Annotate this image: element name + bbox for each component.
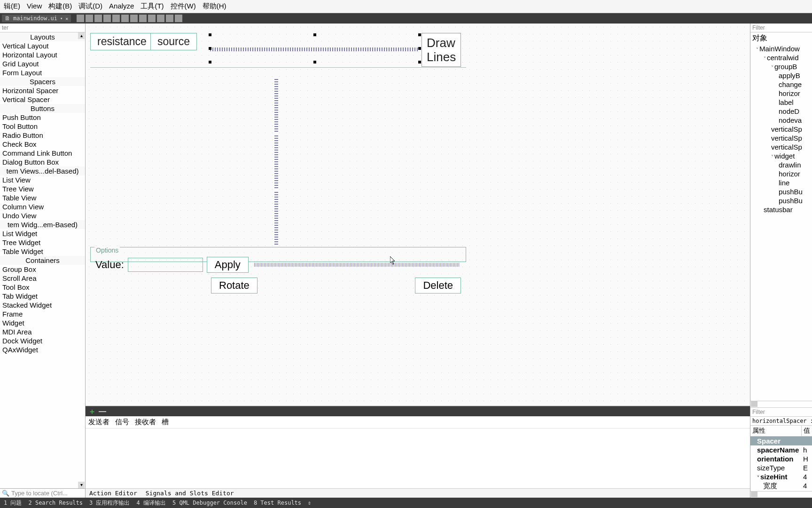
delete-button[interactable]: Delete bbox=[415, 278, 461, 294]
tool-icon[interactable] bbox=[86, 15, 93, 22]
property-row[interactable]: ˅sizeHint4 bbox=[750, 472, 812, 481]
widget-item[interactable]: Tab Widget bbox=[0, 292, 85, 301]
menubar[interactable]: 辑(E) View 构建(B) 调试(D) Analyze 工具(T) 控件(W… bbox=[0, 0, 812, 13]
form-canvas[interactable]: resistance source DrawLines bbox=[86, 24, 750, 406]
tree-node[interactable]: horizor bbox=[751, 89, 812, 98]
tool-icon[interactable] bbox=[148, 15, 156, 22]
close-icon[interactable]: ✕ bbox=[65, 16, 68, 21]
status-item[interactable]: 4 编译输出 bbox=[137, 499, 166, 507]
object-filter[interactable]: Filter bbox=[750, 24, 812, 32]
property-row[interactable]: spacerNameh bbox=[750, 445, 812, 454]
widget-item[interactable]: Widget bbox=[0, 318, 85, 327]
resistance-button[interactable]: resistance bbox=[90, 33, 154, 50]
widget-category[interactable]: Layouts bbox=[0, 32, 85, 41]
status-item[interactable]: 8 Test Results bbox=[254, 500, 301, 506]
file-tab[interactable]: 🗎 mainwindow.ui ▾ ✕ bbox=[2, 15, 71, 22]
menu-item[interactable]: 工具(T) bbox=[141, 2, 164, 11]
tool-icon[interactable] bbox=[157, 15, 164, 22]
tree-node[interactable]: pushBu bbox=[751, 187, 812, 196]
tree-node[interactable]: ˅centralwid bbox=[751, 53, 812, 62]
vertical-spacer[interactable] bbox=[274, 134, 278, 188]
widget-item[interactable]: Horizontal Layout bbox=[0, 50, 85, 59]
widget-item[interactable]: List View bbox=[0, 175, 85, 184]
widget-item[interactable]: Table View bbox=[0, 193, 85, 202]
widget-box-filter[interactable]: ter bbox=[0, 24, 85, 32]
tree-node[interactable]: verticalSp bbox=[751, 134, 812, 143]
property-row[interactable]: 宽度4 bbox=[750, 481, 812, 491]
tree-node[interactable]: verticalSp bbox=[751, 125, 812, 134]
widget-category[interactable]: Containers bbox=[0, 256, 85, 265]
widget-item[interactable]: QAxWidget bbox=[0, 345, 85, 354]
widget-item[interactable]: Dialog Button Box bbox=[0, 158, 85, 167]
rotate-button[interactable]: Rotate bbox=[211, 278, 258, 294]
widget-item[interactable]: List Widget bbox=[0, 229, 85, 238]
widget-item[interactable]: Grid Layout bbox=[0, 59, 85, 68]
widget-item[interactable]: Form Layout bbox=[0, 68, 85, 77]
tool-icon[interactable] bbox=[121, 15, 129, 22]
tree-node[interactable]: ˅MainWindow bbox=[751, 44, 812, 53]
menu-item[interactable]: 构建(B) bbox=[48, 2, 72, 11]
tree-node[interactable]: verticalSp bbox=[751, 143, 812, 151]
widget-item[interactable]: Radio Button bbox=[0, 131, 85, 140]
widget-item[interactable]: Check Box bbox=[0, 140, 85, 149]
widget-item[interactable]: Tree Widget bbox=[0, 238, 85, 247]
column-header[interactable]: 信号 bbox=[115, 418, 129, 427]
widget-item[interactable]: Vertical Spacer bbox=[0, 95, 85, 104]
add-icon[interactable]: ＋ bbox=[88, 407, 96, 417]
widget-category[interactable]: tem Views...del-Based) bbox=[0, 167, 85, 175]
value-input[interactable] bbox=[128, 258, 203, 272]
menu-item[interactable]: 控件(W) bbox=[171, 2, 196, 11]
tool-icon[interactable] bbox=[166, 15, 173, 22]
tool-icon[interactable] bbox=[94, 15, 102, 22]
widget-item[interactable]: Dock Widget bbox=[0, 336, 85, 345]
tree-node[interactable]: change bbox=[751, 80, 812, 89]
widget-category[interactable]: tem Widg...em-Based) bbox=[0, 220, 85, 229]
widget-item[interactable]: Tool Button bbox=[0, 122, 85, 131]
widget-item[interactable]: Vertical Layout bbox=[0, 41, 85, 50]
status-item[interactable]: 2 Search Results bbox=[28, 500, 83, 506]
widget-item[interactable]: Command Link Button bbox=[0, 149, 85, 158]
vertical-spacer[interactable] bbox=[274, 190, 278, 245]
widget-item[interactable]: Group Box bbox=[0, 265, 85, 274]
tree-node[interactable]: nodeD bbox=[751, 107, 812, 116]
tool-icon[interactable] bbox=[103, 15, 111, 22]
tool-icon[interactable] bbox=[77, 15, 84, 22]
draw-lines-button[interactable]: DrawLines bbox=[422, 33, 461, 67]
property-filter[interactable]: Filter bbox=[750, 407, 812, 417]
column-header[interactable]: 发送者 bbox=[88, 418, 109, 427]
widget-item[interactable]: Undo View bbox=[0, 211, 85, 220]
widget-item[interactable]: Horizontal Spacer bbox=[0, 86, 85, 95]
source-button[interactable]: source bbox=[150, 33, 197, 50]
tool-icon[interactable] bbox=[139, 15, 147, 22]
tree-node[interactable]: ˅widget bbox=[751, 151, 812, 160]
status-item[interactable]: 5 QML Debugger Console bbox=[172, 500, 247, 506]
column-header[interactable]: 接收者 bbox=[135, 418, 156, 427]
menu-item[interactable]: 调试(D) bbox=[78, 2, 102, 11]
widget-item[interactable]: Push Button bbox=[0, 113, 85, 122]
scroll-up-icon[interactable]: ▴ bbox=[78, 32, 85, 39]
horizontal-scrollbar[interactable] bbox=[750, 401, 812, 407]
widget-item[interactable]: MDI Area bbox=[0, 327, 85, 336]
menu-item[interactable]: 帮助(H) bbox=[203, 2, 226, 11]
tree-node[interactable]: nodeva bbox=[751, 116, 812, 125]
tab-signals-slots-editor[interactable]: Signals and Slots Editor bbox=[146, 490, 234, 497]
widget-category[interactable]: Buttons bbox=[0, 104, 85, 113]
widget-item[interactable]: Frame bbox=[0, 310, 85, 318]
menu-item[interactable]: View bbox=[27, 2, 42, 11]
tree-node[interactable]: pushBu bbox=[751, 196, 812, 205]
tree-node[interactable]: statusbar bbox=[751, 205, 812, 214]
property-row[interactable]: sizeTypeE bbox=[750, 463, 812, 472]
tree-node[interactable]: label bbox=[751, 98, 812, 107]
widget-item[interactable]: Column View bbox=[0, 202, 85, 211]
tool-icon[interactable] bbox=[175, 15, 182, 22]
tree-node[interactable]: ˅groupB bbox=[751, 62, 812, 71]
tool-icon[interactable] bbox=[112, 15, 120, 22]
menu-item[interactable]: 辑(E) bbox=[4, 2, 20, 11]
widget-item[interactable]: Tool Box bbox=[0, 283, 85, 292]
status-expand-icon[interactable]: ⇕ bbox=[308, 500, 311, 506]
chevron-down-icon[interactable]: ▾ bbox=[60, 16, 62, 21]
tree-node[interactable]: line bbox=[751, 178, 812, 187]
widget-category[interactable]: Spacers bbox=[0, 77, 85, 86]
locate-input[interactable]: 🔍 Type to locate (Ctrl... bbox=[0, 488, 85, 498]
column-header[interactable]: 槽 bbox=[162, 418, 169, 427]
